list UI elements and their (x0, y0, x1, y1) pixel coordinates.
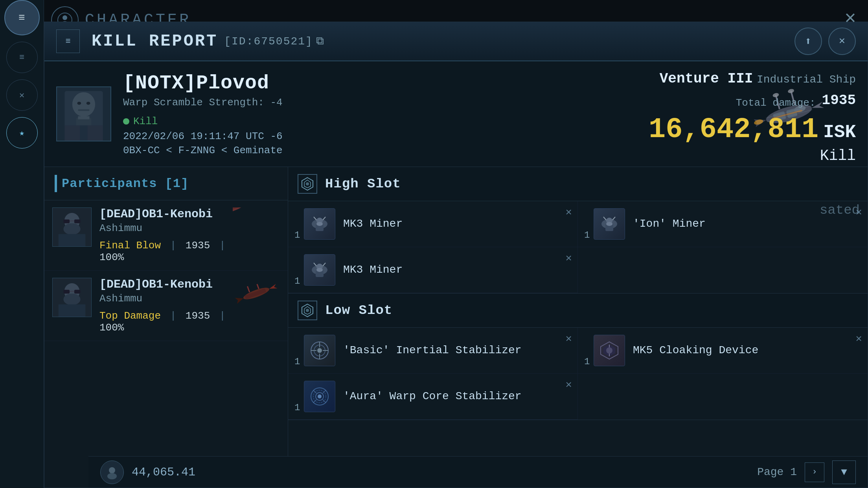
participant-ship-2: Ashimmu (99, 293, 233, 305)
bottom-bar: 44,065.41 Page 1 › ▼ (88, 456, 868, 488)
svg-marker-50 (235, 295, 245, 304)
participants-panel: Participants [1] (44, 167, 288, 488)
slot-item-close-btn[interactable]: × (855, 333, 862, 345)
high-slot-title: High Slot (325, 176, 401, 191)
slot-item-name: MK5 Cloaking Device (633, 343, 860, 358)
participant-percent: 100% (99, 251, 124, 263)
bottom-avatar (100, 460, 124, 484)
slot-item-qty: 1 (294, 230, 300, 240)
isk-value: 16,642,811 (649, 114, 818, 146)
kill-result: Kill (649, 147, 856, 164)
filter-icon: ▼ (841, 466, 847, 478)
kill-report-title: KILL REPORT (92, 32, 218, 51)
panel-menu-icon: ≡ (65, 37, 70, 46)
slot-item-icon (594, 208, 625, 240)
svg-point-1 (63, 15, 67, 20)
damage-value: 1935 (822, 92, 856, 108)
section-bar (55, 175, 57, 192)
header-close-button[interactable]: × (828, 28, 856, 55)
svg-point-76 (317, 348, 322, 353)
slot-item-close-btn[interactable]: × (565, 207, 572, 219)
svg-point-58 (316, 222, 323, 226)
svg-point-6 (77, 102, 81, 105)
participant-avatar (52, 207, 92, 247)
stat-divider-3: | (170, 310, 182, 322)
low-slot-title: Low Slot (325, 303, 392, 318)
participant-info-2: [DEAD]OB1-Kenobi Ashimmu Top Damage | 19… (99, 278, 233, 334)
participant-item[interactable]: [DEAD]OB1-Kenobi Ashimmu Final Blow | 19… (44, 200, 288, 271)
svg-rect-10 (78, 116, 89, 119)
toplevel-close-button[interactable]: × (844, 8, 856, 30)
slot-item-close-btn[interactable]: × (565, 379, 572, 391)
slot-item[interactable]: 1 MK3 Miner × (288, 247, 578, 293)
chevron-right-icon: › (812, 467, 817, 477)
svg-line-71 (314, 263, 316, 266)
victim-details: [NOTX]Plovod Warp Scramble Strength: -4 … (123, 72, 722, 156)
victim-name: [NOTX]Plovod (123, 72, 722, 94)
top-damage-label: Top Damage (99, 310, 161, 322)
slot-item[interactable]: 1 MK5 Cloaking Device × (578, 328, 868, 374)
svg-line-93 (323, 400, 326, 403)
slot-item-qty: 1 (294, 356, 300, 367)
panel-menu-button[interactable]: ≡ (56, 29, 80, 53)
sidebar-close-icon[interactable]: ✕ (6, 79, 38, 111)
page-label: Page 1 (757, 466, 797, 478)
svg-rect-43 (63, 290, 70, 294)
svg-rect-8 (78, 109, 89, 111)
slot-item[interactable]: 1 'Basic' Ine (288, 328, 578, 374)
svg-marker-49 (268, 284, 278, 291)
svg-point-70 (316, 268, 323, 272)
slot-item-name: 'Aura' Warp Core Stabilizer (343, 389, 570, 404)
low-slot-icon (298, 301, 317, 320)
slot-item[interactable]: 1 (288, 374, 578, 420)
main-panel: ≡ KILL REPORT [ID:6750521] ⧉ ⬆ × (44, 22, 868, 488)
sidebar-star-icon[interactable]: ★ (6, 117, 38, 149)
bottom-value: 44,065.41 (132, 466, 195, 479)
kill-indicator-dot (123, 118, 129, 125)
participant-percent-2: 100% (99, 322, 124, 334)
participant-ship-image (233, 207, 280, 239)
svg-point-73 (306, 309, 309, 312)
slot-item[interactable]: 1 MK3 Miner × (288, 201, 578, 247)
participants-header: Participants [1] (44, 167, 288, 200)
slot-item-close-btn[interactable]: × (565, 253, 572, 265)
ship-type-text: Industrial Ship (757, 73, 856, 86)
svg-rect-13 (88, 125, 103, 141)
slot-item-qty: 1 (584, 230, 590, 240)
copy-icon[interactable]: ⧉ (316, 35, 324, 48)
kill-report-id: [ID:6750521] (224, 35, 313, 48)
kill-location: 0BX-CC < F-ZNNG < Geminate (123, 145, 722, 156)
hamburger-icon: ≡ (19, 53, 24, 62)
menu-icon: ≡ (18, 12, 25, 24)
kill-datetime: 2022/02/06 19:11:47 UTC -6 (123, 130, 722, 142)
kill-badge-text: Kill (133, 116, 158, 127)
svg-point-54 (306, 182, 309, 185)
slot-item-name: 'Ion' Miner (633, 217, 860, 231)
svg-line-91 (323, 390, 326, 393)
svg-point-5 (72, 92, 95, 117)
participant-stats-2: Top Damage | 1935 | 100% (99, 310, 233, 334)
svg-rect-30 (63, 219, 70, 223)
low-slot-header: Low Slot (288, 294, 868, 328)
export-icon: ⬆ (805, 35, 812, 48)
page-nav-button[interactable]: › (805, 462, 824, 482)
slot-item-icon (304, 254, 335, 286)
svg-line-52 (257, 284, 259, 289)
sidebar-nav-icon[interactable]: ≡ (6, 42, 38, 73)
svg-line-65 (603, 217, 606, 220)
slot-item-qty: 1 (584, 356, 590, 367)
svg-point-83 (606, 347, 612, 354)
participant-avatar-2 (52, 278, 92, 317)
slot-item-qty: 1 (294, 276, 300, 286)
panel-header: ≡ KILL REPORT [ID:6750521] ⧉ ⬆ × (44, 22, 868, 61)
partial-overlay-text: sated (820, 203, 860, 218)
star-icon: ★ (19, 128, 24, 138)
slot-item-close-btn[interactable]: × (565, 333, 572, 345)
export-button[interactable]: ⬆ (794, 28, 822, 55)
sidebar-menu-button[interactable]: ≡ (4, 0, 40, 35)
participant-info: [DEAD]OB1-Kenobi Ashimmu Final Blow | 19… (99, 207, 233, 263)
participant-item[interactable]: [DEAD]OB1-Kenobi Ashimmu Top Damage | 19… (44, 271, 288, 341)
slot-item-name: MK3 Miner (343, 217, 570, 231)
slot-item-icon (304, 381, 335, 412)
filter-button[interactable]: ▼ (832, 460, 856, 484)
